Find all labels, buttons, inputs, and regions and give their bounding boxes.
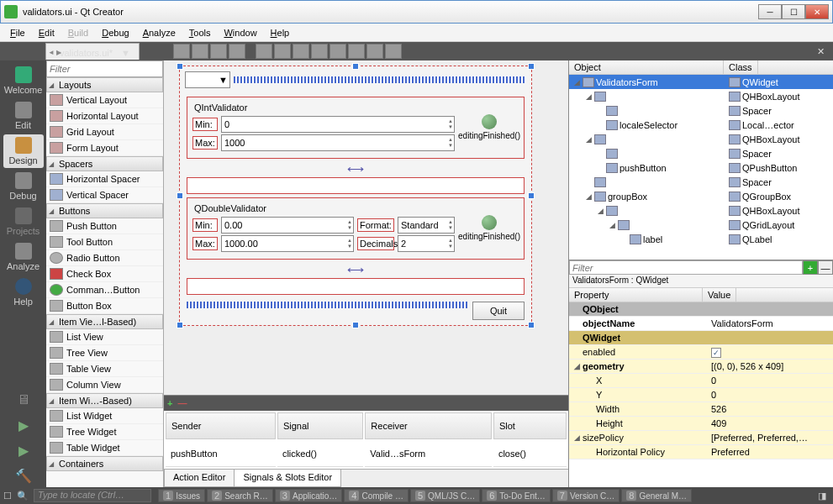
remove-signal-icon[interactable]: —	[177, 398, 187, 408]
property-editor[interactable]: PropertyValue QObjectobjectNameValidator…	[569, 288, 833, 487]
property-row[interactable]: ◢sizePolicy[Preferred, Preferred,…	[569, 431, 833, 445]
wb-cmdbtn[interactable]: Comman…Button	[46, 282, 163, 298]
wb-colview[interactable]: Column View	[46, 377, 163, 393]
object-tree-row[interactable]: ◢groupBoxQGroupBox	[569, 189, 833, 203]
object-tree-row[interactable]: ◢QGridLayout	[569, 218, 833, 232]
wb-glayout[interactable]: Grid Layout	[46, 124, 163, 140]
wb-listw[interactable]: List Widget	[46, 408, 163, 424]
mode-edit[interactable]: Edit	[3, 99, 44, 133]
menu-window[interactable]: Window	[219, 26, 261, 39]
menu-debug[interactable]: Debug	[97, 26, 134, 39]
target-selector-icon[interactable]: 🖥	[10, 388, 37, 412]
property-row[interactable]: Y0	[569, 388, 833, 402]
wb-pushbtn[interactable]: Push Button	[46, 218, 163, 234]
lineedit[interactable]	[187, 278, 525, 295]
layout-break-icon[interactable]	[366, 44, 383, 59]
wb-treew[interactable]: Tree Widget	[46, 424, 163, 440]
locale-selector[interactable]: ▼	[185, 71, 230, 88]
object-tree-row[interactable]: ◢QHBoxLayout	[569, 203, 833, 218]
output-pane-button[interactable]: 5QML/JS C…	[410, 489, 480, 502]
tab-signals-editor[interactable]: Signals & Slots Editor	[234, 470, 341, 487]
debug-run-button-icon[interactable]: ▶	[10, 438, 37, 462]
qdoublevalidator-group[interactable]: QDoubleValidator Min: 0.00 Format: Stand…	[187, 197, 525, 260]
output-pane-button[interactable]: 8General M…	[621, 489, 692, 502]
menu-edit[interactable]: Edit	[34, 26, 60, 39]
mode-projects[interactable]: Projects	[3, 205, 44, 239]
mode-design[interactable]: Design	[3, 134, 44, 168]
decimals-spinbox[interactable]: 2	[398, 235, 455, 252]
output-pane-button[interactable]: 2Search R…	[207, 489, 273, 502]
widgetbox-filter[interactable]	[46, 60, 163, 77]
object-tree-row[interactable]: localeSelectorLocal…ector	[569, 118, 833, 132]
tool-buddies-icon[interactable]	[210, 44, 227, 59]
tool-edit-widgets-icon[interactable]	[173, 44, 190, 59]
maximize-button[interactable]: ☐	[782, 4, 805, 19]
wbcat-spacers[interactable]: Spacers	[46, 156, 163, 171]
validators-form[interactable]: ▼ QIntValidator Min:0 Max:1000 editingFi…	[179, 66, 532, 326]
close-button[interactable]: ✕	[805, 4, 829, 19]
locate-icon[interactable]: 🔍	[13, 491, 32, 501]
object-tree-row[interactable]: labelQLabel	[569, 232, 833, 246]
mode-debug[interactable]: Debug	[3, 170, 44, 203]
property-row[interactable]: objectNameValidatorsForm	[569, 317, 833, 331]
format-combo[interactable]: Standard	[398, 217, 455, 234]
build-button-icon[interactable]: 🔨	[10, 464, 37, 487]
layout-h-icon[interactable]	[256, 44, 272, 59]
table-row[interactable]: pushButtonclicked()Valid…sFormclose()	[166, 441, 567, 467]
form-canvas[interactable]: ▼ QIntValidator Min:0 Max:1000 editingFi…	[164, 60, 568, 395]
object-inspector[interactable]: ObjectClass ◢ValidatorsFormQWidget◢QHBox…	[569, 60, 833, 260]
property-row[interactable]: ◢geometry[(0, 0), 526 x 409]	[569, 360, 833, 374]
property-row[interactable]: Width526	[569, 402, 833, 417]
wbcat-containers[interactable]: Containers	[46, 456, 163, 471]
mode-analyze[interactable]: Analyze	[3, 240, 44, 274]
output-pane-button[interactable]: 3Applicatio…	[275, 489, 342, 502]
wb-listview[interactable]: List View	[46, 329, 163, 345]
property-row[interactable]: QObject	[569, 302, 833, 317]
property-row[interactable]: enabled✓	[569, 345, 833, 360]
tool-signals-icon[interactable]	[192, 44, 208, 59]
wb-vspacer[interactable]: Vertical Spacer	[46, 187, 163, 203]
property-row[interactable]: QWidget	[569, 331, 833, 345]
property-filter[interactable]	[569, 260, 803, 275]
object-tree-row[interactable]: Spacer	[569, 103, 833, 118]
signals-table[interactable]: SenderSignalReceiverSlot pushButtonclick…	[164, 411, 568, 469]
object-tree-row[interactable]: Spacer	[569, 146, 833, 160]
layout-v-icon[interactable]	[274, 44, 291, 59]
output-pane-button[interactable]: 4Compile …	[344, 489, 409, 502]
output-pane-button[interactable]: 7Version C…	[552, 489, 619, 502]
menu-analyze[interactable]: Analyze	[138, 26, 181, 39]
wbcat-itemw[interactable]: Item Wi…-Based)	[46, 393, 163, 408]
min-spinbox[interactable]: 0.00	[221, 217, 354, 234]
tab-action-editor[interactable]: Action Editor	[164, 470, 235, 487]
close-document-icon[interactable]: ✕	[812, 46, 830, 57]
mode-help[interactable]: Help	[3, 276, 44, 309]
object-tree-row[interactable]: ◢QHBoxLayout	[569, 89, 833, 103]
wb-hspacer[interactable]: Horizontal Spacer	[46, 171, 163, 187]
locator-input[interactable]: Type to locate (Ctrl…	[34, 489, 151, 502]
add-signal-icon[interactable]: +	[167, 398, 172, 408]
wbcat-buttons[interactable]: Buttons	[46, 203, 163, 218]
layout-form-icon[interactable]	[348, 44, 365, 59]
run-button-icon[interactable]: ▶	[10, 413, 37, 437]
wb-vlayout[interactable]: Vertical Layout	[46, 92, 163, 108]
remove-property-icon[interactable]: —	[818, 260, 833, 275]
property-row[interactable]: X0	[569, 374, 833, 388]
layout-hsplit-icon[interactable]	[293, 44, 309, 59]
wb-treeview[interactable]: Tree View	[46, 345, 163, 361]
layout-adjust-icon[interactable]	[385, 44, 402, 59]
mode-welcome[interactable]: Welcome	[3, 64, 44, 97]
max-spinbox[interactable]: 1000	[221, 134, 455, 151]
menu-help[interactable]: Help	[266, 26, 295, 39]
add-property-icon[interactable]: +	[803, 260, 818, 275]
property-row[interactable]: Horizontal PolicyPreferred	[569, 445, 833, 459]
wbcat-layouts[interactable]: Layouts	[46, 77, 163, 92]
menu-file[interactable]: File	[5, 26, 30, 39]
wb-hlayout[interactable]: Horizontal Layout	[46, 108, 163, 124]
max-spinbox[interactable]: 1000.00	[221, 235, 354, 252]
output-pane-button[interactable]: 6To-Do Ent…	[482, 489, 551, 502]
object-tree-row[interactable]: ◢QHBoxLayout	[569, 132, 833, 146]
minimize-button[interactable]: ─	[758, 4, 782, 19]
wb-tablew[interactable]: Table Widget	[46, 440, 163, 456]
object-tree-row[interactable]: pushButtonQPushButton	[569, 160, 833, 175]
lineedit[interactable]	[187, 177, 525, 194]
